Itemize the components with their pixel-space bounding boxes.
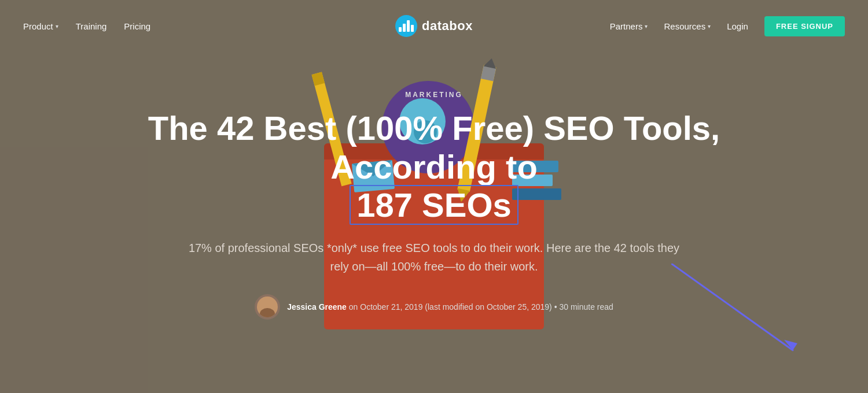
nav-training[interactable]: Training bbox=[76, 21, 107, 31]
author-avatar bbox=[255, 294, 280, 320]
hero-title-part1: The 42 Best (100% Free) SEO Tools, Accor… bbox=[148, 109, 720, 186]
author-row: Jessica Greene on October 21, 2019 (last… bbox=[255, 294, 613, 320]
logo-bar-1 bbox=[399, 27, 402, 32]
nav-right: Partners ▾ Resources ▾ Login FREE SIGNUP bbox=[610, 16, 845, 36]
nav-login[interactable]: Login bbox=[727, 21, 748, 31]
category-label: MARKETING bbox=[405, 91, 463, 99]
logo-text: databox bbox=[422, 18, 473, 34]
free-signup-button[interactable]: FREE SIGNUP bbox=[764, 16, 845, 36]
author-name: Jessica Greene bbox=[287, 302, 347, 312]
databox-logo-icon bbox=[395, 15, 417, 37]
logo-bars bbox=[399, 20, 414, 32]
hero-title: The 42 Best (100% Free) SEO Tools, Accor… bbox=[116, 109, 752, 225]
avatar-face bbox=[257, 296, 278, 317]
logo-bar-3 bbox=[407, 20, 410, 32]
resources-chevron-icon: ▾ bbox=[708, 23, 711, 29]
logo-bar-2 bbox=[403, 24, 406, 32]
author-info: Jessica Greene on October 21, 2019 (last… bbox=[287, 302, 613, 312]
arrow-decoration bbox=[671, 264, 799, 358]
partners-chevron-icon: ▾ bbox=[645, 23, 648, 29]
navbar: Product ▾ Training Pricing databox Partn… bbox=[0, 0, 868, 52]
product-chevron-icon: ▾ bbox=[56, 23, 58, 29]
nav-resources[interactable]: Resources ▾ bbox=[664, 21, 711, 31]
nav-left: Product ▾ Training Pricing bbox=[23, 21, 150, 31]
logo-bar-4 bbox=[411, 25, 414, 32]
hero-title-highlight: 187 SEOs bbox=[350, 185, 518, 225]
nav-partners[interactable]: Partners ▾ bbox=[610, 21, 648, 31]
hero-subtitle: 17% of professional SEOs *only* use free… bbox=[188, 239, 680, 276]
nav-pricing[interactable]: Pricing bbox=[124, 21, 150, 31]
nav-product[interactable]: Product ▾ bbox=[23, 21, 58, 31]
logo[interactable]: databox bbox=[395, 15, 473, 37]
author-meta: on October 21, 2019 (last modified on Oc… bbox=[349, 302, 613, 312]
svg-line-0 bbox=[671, 264, 793, 350]
